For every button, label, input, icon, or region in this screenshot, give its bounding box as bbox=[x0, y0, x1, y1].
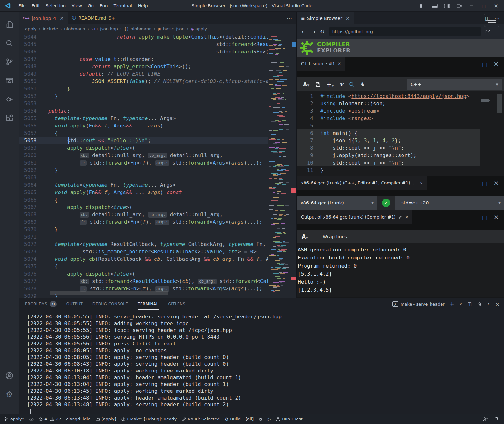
close-icon[interactable]: × bbox=[493, 213, 499, 221]
scrollbar-thumb[interactable] bbox=[497, 94, 502, 113]
breadcrumb-item[interactable]: C++json.hpp bbox=[92, 26, 118, 31]
close-icon[interactable]: × bbox=[337, 61, 341, 66]
compiler-options-input[interactable]: -std=c++20 bbox=[400, 200, 498, 205]
code-line[interactable]: 8 std::cout << j << "\n"; bbox=[297, 144, 480, 152]
code-line[interactable]: 5057 { bbox=[19, 129, 268, 137]
panel-tab-gitlens[interactable]: GITLENS bbox=[168, 298, 186, 310]
tab-json-hpp[interactable]: C++ json.hpp 4 × bbox=[19, 12, 68, 24]
compiler-select[interactable]: x86-64 gcc (trunk)▼ bbox=[300, 200, 374, 205]
code-line[interactable]: 5053 bbox=[19, 100, 268, 107]
breadcrumb-item[interactable]: {}nlohmann bbox=[124, 26, 151, 31]
code-line[interactable]: 5049 default: // LCOV_EXCL_LINE bbox=[19, 70, 268, 78]
status-remote[interactable] bbox=[483, 417, 488, 422]
tab-readme-md[interactable]: ⓘ README.md 9+ bbox=[68, 12, 119, 24]
source-tab[interactable]: C++ source #1× bbox=[297, 57, 345, 71]
minimap[interactable] bbox=[268, 33, 289, 298]
split-icon[interactable]: ◫ bbox=[468, 301, 472, 307]
extensions-icon[interactable] bbox=[0, 109, 19, 126]
vim-icon[interactable]: v bbox=[340, 81, 343, 88]
code-line[interactable]: 5044 return apply_make_tuple<ConstThis>(… bbox=[19, 33, 268, 41]
status-tools[interactable]: No Kit Selected bbox=[181, 417, 220, 421]
settings-icon[interactable]: ⚙ bbox=[0, 386, 19, 403]
code-line[interactable]: 5066 { bbox=[19, 196, 268, 203]
code-line[interactable]: 5075 { bbox=[19, 263, 268, 270]
add-icon[interactable]: +▼ bbox=[326, 81, 334, 88]
code-line[interactable]: 5056 void apply(Fn&& f, Args&& ... args) bbox=[19, 122, 268, 129]
status-warn[interactable]: 27 bbox=[50, 417, 62, 421]
menu-go[interactable]: Go bbox=[85, 3, 97, 8]
status-item[interactable]: [all] bbox=[246, 417, 254, 421]
close-icon[interactable]: × bbox=[490, 1, 501, 11]
maximize-icon[interactable]: □ bbox=[478, 1, 489, 11]
code-line[interactable]: 5073 std::is_member_pointer<ResultCallba… bbox=[19, 248, 268, 255]
save-icon[interactable] bbox=[315, 82, 321, 87]
status-error[interactable]: 4 bbox=[38, 417, 47, 421]
breadcrumb-item[interactable]: ◈apply bbox=[191, 26, 207, 31]
panel-tab-terminal[interactable]: TERMINAL bbox=[138, 298, 158, 310]
more-actions-icon[interactable]: ⋯ bbox=[287, 15, 292, 21]
code-line[interactable]: 5062 } bbox=[19, 166, 268, 174]
code-line[interactable]: 10 std::cout << j << "\n"; bbox=[297, 159, 480, 166]
code-line[interactable]: 5051 } bbox=[19, 85, 268, 92]
customize-layout-icon[interactable] bbox=[454, 1, 465, 11]
back-icon[interactable]: ← bbox=[302, 28, 306, 35]
status-branch[interactable]: apply* bbox=[4, 417, 24, 421]
code-line[interactable]: 5052 } bbox=[19, 92, 268, 100]
code-line[interactable]: 5047 case value_t::discarded: bbox=[19, 55, 268, 63]
status-info[interactable]: CMake: [Debug]: Ready bbox=[121, 417, 177, 421]
pony-icon[interactable]: ♞ bbox=[360, 81, 365, 88]
font-size-icon[interactable]: A▼ bbox=[302, 233, 308, 240]
edit-icon[interactable] bbox=[398, 215, 402, 219]
code-line[interactable]: 5061 f: std::forward<Fn>(f), args: std::… bbox=[19, 159, 268, 166]
code-line[interactable]: 5065 void apply(Fn&& f, Args&& ... args)… bbox=[19, 189, 268, 196]
hamburger-menu-icon[interactable] bbox=[484, 14, 499, 27]
overview-ruler[interactable] bbox=[289, 33, 296, 298]
code-line[interactable]: 5058 std::cout << "Hello :-)\n"; bbox=[19, 137, 268, 144]
menu-selection[interactable]: Selection bbox=[43, 3, 69, 8]
code-line[interactable]: 5046 std::forward<Fn>(f)); bbox=[19, 48, 268, 55]
code-line[interactable]: 3#include <iostream> bbox=[297, 107, 480, 115]
maximize-icon[interactable]: □ bbox=[482, 61, 487, 68]
code-line[interactable]: 11} bbox=[297, 166, 480, 174]
close-icon[interactable]: × bbox=[493, 60, 499, 68]
files-icon[interactable] bbox=[0, 16, 19, 33]
close-icon[interactable]: × bbox=[420, 180, 423, 185]
code-line[interactable]: 5074 void apply_cb(ResultCallback && cb,… bbox=[19, 255, 268, 263]
terminal-output[interactable]: [2022-04-30 06:05:55] INFO: serve_header… bbox=[27, 313, 282, 415]
account-icon[interactable] bbox=[0, 367, 19, 384]
status-bug[interactable] bbox=[258, 417, 263, 421]
code-editor[interactable]: 5044 return apply_make_tuple<ConstThis>(… bbox=[19, 33, 268, 298]
forward-icon[interactable]: → bbox=[311, 28, 315, 35]
panel-tab-output[interactable]: OUTPUT bbox=[66, 298, 83, 310]
language-select[interactable]: C++▼ bbox=[407, 79, 502, 90]
godbolt-source-editor[interactable]: 1#include <https://localhost:8443/apply/… bbox=[297, 91, 504, 176]
code-line[interactable]: 5070 } bbox=[19, 226, 268, 233]
breadcrumb-item[interactable]: ▣basic_json bbox=[158, 26, 185, 31]
source-control-icon[interactable] bbox=[0, 53, 19, 70]
code-line[interactable]: 5054 public: bbox=[19, 107, 268, 115]
debug-icon[interactable] bbox=[0, 91, 19, 108]
search-icon[interactable] bbox=[349, 81, 354, 87]
plus-icon[interactable]: + bbox=[450, 301, 454, 307]
code-line[interactable]: 6int main() { bbox=[297, 129, 480, 137]
breadcrumb-item[interactable]: apply bbox=[25, 26, 37, 31]
maximize-icon[interactable]: □ bbox=[482, 180, 487, 187]
compiler-tab[interactable]: x86-64 gcc (trunk) (C++, Editor #1, Comp… bbox=[297, 176, 427, 190]
font-icon[interactable]: A▼ bbox=[303, 81, 309, 88]
layout-panel-icon[interactable] bbox=[429, 1, 440, 11]
close-icon[interactable]: × bbox=[495, 301, 499, 307]
code-line[interactable]: 5059 apply_dispatch<false>( bbox=[19, 144, 268, 152]
edit-icon[interactable] bbox=[413, 181, 417, 185]
code-line[interactable]: 5069 f: std::forward<Fn>(f), args: std::… bbox=[19, 218, 268, 226]
status-folder[interactable]: [apply] bbox=[95, 417, 116, 421]
status-play[interactable]: ▷ bbox=[268, 417, 271, 421]
code-line[interactable]: 9 j.apply(std::ranges::sort); bbox=[297, 152, 480, 159]
menu-terminal[interactable]: Terminal bbox=[111, 3, 135, 8]
code-line[interactable]: 5076 apply_dispatch<false>( bbox=[19, 270, 268, 278]
wrap-lines-checkbox[interactable] bbox=[315, 234, 320, 239]
url-input[interactable]: https://godbolt.org bbox=[329, 27, 481, 36]
open-external-icon[interactable] bbox=[485, 29, 490, 34]
status-item[interactable]: clangd: idle bbox=[66, 417, 90, 421]
terminal-session[interactable]: ❯ make - serve_header bbox=[392, 301, 445, 307]
layout-sidebar-left-icon[interactable] bbox=[417, 1, 428, 11]
